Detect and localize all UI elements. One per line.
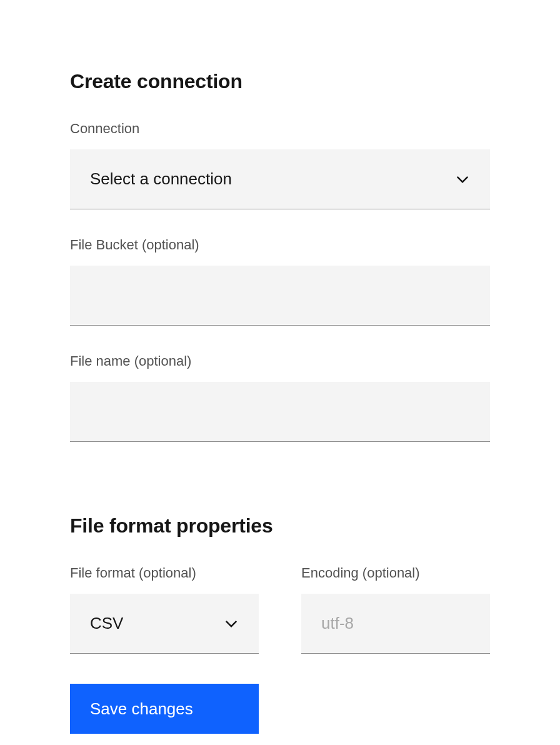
connection-dropdown[interactable]: Select a connection [70,149,490,209]
file-format-title: File format properties [70,514,490,538]
encoding-label: Encoding (optional) [301,565,490,581]
file-format-label: File format (optional) [70,565,259,581]
file-format-dropdown[interactable]: CSV [70,594,259,654]
encoding-input[interactable] [301,594,490,654]
file-bucket-label: File Bucket (optional) [70,237,490,253]
connection-label: Connection [70,121,490,137]
file-format-dropdown-text: CSV [90,614,224,633]
connection-dropdown-text: Select a connection [90,169,455,189]
chevron-down-icon [224,616,239,631]
chevron-down-icon [455,172,470,187]
create-connection-title: Create connection [70,70,490,93]
save-changes-button[interactable]: Save changes [70,684,259,734]
file-bucket-input[interactable] [70,266,490,326]
file-name-label: File name (optional) [70,353,490,369]
file-name-input[interactable] [70,382,490,442]
